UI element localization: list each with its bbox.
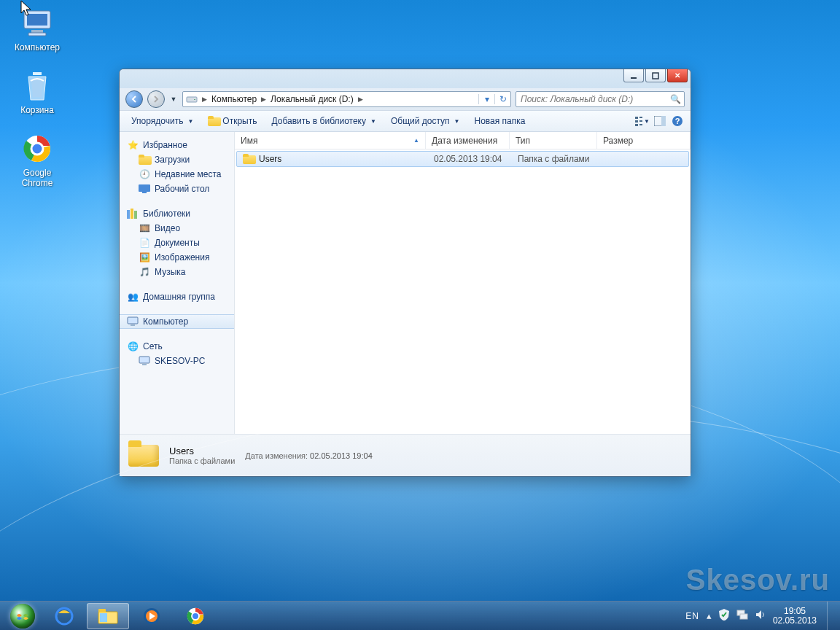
svg-rect-33	[100, 613, 107, 622]
svg-rect-27	[131, 324, 135, 326]
sidebar-network[interactable]: 🌐 Сеть	[120, 339, 234, 354]
sidebar-item-music[interactable]: 🎵 Музыка	[120, 265, 234, 279]
chevron-down-icon: ▼	[454, 118, 460, 125]
help-button[interactable]: ?	[670, 114, 685, 128]
svg-text:?: ?	[675, 117, 680, 125]
recent-icon: 🕘	[139, 168, 150, 180]
search-box[interactable]: 🔍	[516, 91, 685, 107]
pc-icon	[139, 355, 150, 367]
minimize-button[interactable]	[623, 69, 644, 82]
breadcrumb-sep[interactable]: ▶	[260, 96, 268, 103]
computer-icon	[127, 316, 139, 327]
language-indicator[interactable]: EN	[685, 611, 699, 621]
column-size[interactable]: Размер	[597, 132, 691, 149]
desktop: Компьютер Корзина	[0, 0, 840, 630]
breadcrumb-sep[interactable]: ▶	[357, 96, 365, 103]
svg-point-37	[192, 612, 199, 620]
content-area: Имя ▲ Дата изменения Тип Размер Users 02…	[235, 132, 691, 434]
desktop-icon-chrome[interactable]: Google Chrome	[4, 131, 70, 188]
preview-pane-button[interactable]	[653, 114, 667, 128]
toolbar: Упорядочить▼ Открыть Добавить в библиоте…	[120, 110, 691, 132]
details-title: Users	[169, 446, 235, 456]
sidebar-homegroup[interactable]: 👥 Домашняя группа	[120, 289, 234, 304]
sidebar-item-documents[interactable]: 📄 Документы	[120, 236, 234, 250]
taskbar-app-explorer[interactable]	[87, 603, 129, 629]
sidebar-item-desktop[interactable]: Рабочий стол	[120, 182, 234, 196]
organize-button[interactable]: Упорядочить▼	[125, 114, 199, 128]
titlebar[interactable]: ✕	[120, 69, 691, 88]
add-to-library-button[interactable]: Добавить в библиотеку▼	[265, 114, 381, 128]
address-bar[interactable]: ▶ Компьютер ▶ Локальный диск (D:) ▶ ▾ ↻	[182, 91, 511, 107]
svg-rect-14	[639, 120, 642, 122]
open-button[interactable]: Открыть	[202, 113, 262, 129]
sidebar-item-pictures[interactable]: 🖼️ Изображения	[120, 250, 234, 265]
breadcrumb-sep[interactable]: ▶	[201, 96, 209, 103]
sidebar-item-videos[interactable]: 🎞️ Видео	[120, 221, 234, 236]
refresh-button[interactable]: ↻	[494, 94, 510, 104]
windows-orb-icon	[10, 604, 35, 629]
view-mode-button[interactable]: ▼	[635, 114, 650, 128]
window-controls: ✕	[623, 69, 688, 82]
details-date-label: Дата изменения:	[245, 451, 308, 460]
cell-type: Папка с файлами	[512, 154, 599, 164]
taskbar-app-ie[interactable]	[43, 603, 85, 629]
search-input[interactable]	[516, 94, 684, 104]
start-button[interactable]	[3, 602, 42, 631]
svg-rect-16	[639, 124, 642, 125]
svg-rect-28	[139, 357, 149, 363]
sidebar-computer[interactable]: Компьютер	[120, 314, 234, 329]
sidebar-libraries[interactable]: Библиотеки	[120, 206, 234, 221]
maximize-button[interactable]	[645, 69, 666, 82]
nav-history-dropdown[interactable]: ▼	[169, 90, 178, 108]
chevron-down-icon: ▼	[370, 118, 376, 125]
svg-rect-26	[128, 317, 138, 324]
nav-back-button[interactable]	[125, 90, 143, 108]
sidebar-favorites[interactable]: ⭐ Избранное	[120, 138, 234, 152]
column-date[interactable]: Дата изменения	[426, 132, 510, 149]
chrome-icon	[20, 131, 55, 166]
nav-forward-button[interactable]	[147, 90, 165, 108]
svg-rect-3	[28, 33, 46, 36]
sidebar-item-downloads[interactable]: Загрузки	[120, 152, 234, 167]
sidebar-item-pc[interactable]: SKESOV-PC	[120, 354, 234, 368]
svg-rect-1	[27, 14, 47, 26]
taskbar-clock[interactable]: 19:05 02.05.2013	[773, 607, 817, 626]
tray-chevron-icon[interactable]: ▴	[707, 610, 712, 621]
network-tray-icon[interactable]	[736, 610, 748, 622]
details-subtitle: Папка с файлами	[169, 456, 235, 465]
taskbar-app-wmp[interactable]	[131, 603, 173, 629]
address-dropdown[interactable]: ▾	[478, 94, 494, 104]
taskbar-app-chrome[interactable]	[174, 603, 217, 629]
file-rows: Users 02.05.2013 19:04 Папка с файлами	[235, 149, 691, 434]
svg-rect-11	[635, 117, 638, 119]
sidebar-item-recent[interactable]: 🕘 Недавние места	[120, 167, 234, 182]
svg-rect-13	[635, 120, 638, 122]
show-desktop-button[interactable]	[827, 602, 837, 631]
desktop-icon-computer[interactable]: Компьютер	[4, 6, 70, 52]
search-icon: 🔍	[670, 94, 681, 104]
file-row[interactable]: Users 02.05.2013 19:04 Папка с файлами	[236, 151, 689, 167]
column-type[interactable]: Тип	[510, 132, 597, 149]
security-icon[interactable]	[719, 609, 729, 623]
new-folder-button[interactable]: Новая папка	[468, 114, 531, 128]
svg-rect-7	[631, 77, 637, 79]
nav-row: ▼ ▶ Компьютер ▶ Локальный диск (D:) ▶ ▾ …	[120, 88, 691, 110]
desktop-icon-label: Chrome	[22, 178, 53, 188]
column-name[interactable]: Имя ▲	[235, 132, 426, 149]
svg-rect-24	[131, 209, 133, 219]
desktop-icon-recycle[interactable]: Корзина	[4, 69, 70, 115]
desktop-icon	[139, 183, 150, 195]
downloads-icon	[139, 154, 150, 166]
watermark: Skesov.ru	[686, 564, 830, 596]
breadcrumb-drive[interactable]: Локальный диск (D:)	[268, 94, 357, 104]
svg-rect-18	[661, 116, 666, 126]
details-date-value: 02.05.2013 19:04	[310, 451, 373, 460]
svg-point-6	[31, 143, 43, 155]
cell-name: Users	[237, 153, 428, 165]
close-button[interactable]: ✕	[667, 69, 688, 82]
volume-icon[interactable]	[755, 610, 766, 622]
svg-rect-12	[639, 117, 642, 118]
share-button[interactable]: Общий доступ▼	[385, 114, 466, 128]
breadcrumb-computer[interactable]: Компьютер	[209, 94, 260, 104]
chevron-down-icon: ▼	[187, 118, 193, 125]
